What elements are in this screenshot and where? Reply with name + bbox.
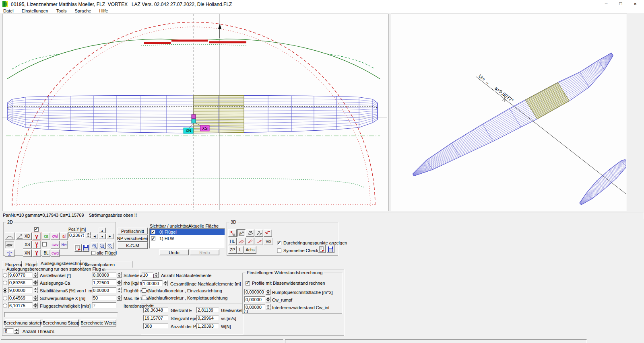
profilschnitt-button[interactable]: Profilschnitt: [118, 228, 148, 234]
xs-button[interactable]: XS: [23, 241, 32, 249]
zoom-in-button[interactable]: [91, 242, 98, 249]
ai-button[interactable]: ai: [60, 232, 68, 240]
hl-button[interactable]: HL: [228, 238, 237, 245]
pan-left-button[interactable]: ◀: [91, 234, 98, 239]
list-item-fluegel[interactable]: 0) Flügel: [150, 229, 225, 235]
copy-2d-button[interactable]: [74, 244, 82, 252]
zp-button[interactable]: ZP: [228, 246, 237, 254]
alpha-flow-button[interactable]: α: [237, 229, 246, 237]
zoom-out-button[interactable]: [106, 242, 114, 249]
panel-flip-button[interactable]: [246, 229, 254, 237]
max-iteration-spinner[interactable]: [117, 295, 122, 301]
auslegungs-ca-input[interactable]: [8, 279, 33, 285]
cwi-button[interactable]: cwi: [51, 232, 60, 240]
posy-input[interactable]: [68, 232, 85, 238]
rumpfflaeche-input[interactable]: [244, 289, 265, 295]
berechnung-starten-button[interactable]: Berechnung starten: [5, 319, 41, 327]
schiebewinkel-input[interactable]: [92, 272, 116, 278]
auslegungs-ca-spinner[interactable]: [33, 279, 38, 285]
schwerpunktlage-input[interactable]: [8, 295, 33, 301]
kgm-button[interactable]: K-G-M: [118, 242, 148, 249]
gamma-0-button[interactable]: γ0: [32, 249, 41, 257]
menu-sprache[interactable]: Sprache: [74, 8, 91, 13]
plot-2d-panel[interactable]: XN XS: [2, 14, 388, 211]
np-marker[interactable]: [192, 115, 196, 119]
rho-spinner[interactable]: [117, 279, 122, 285]
menu-hilfe[interactable]: Hilfe: [99, 8, 108, 13]
rho-input[interactable]: [92, 279, 116, 285]
laenge-nachlauf-spinner[interactable]: [163, 280, 168, 286]
panel-points-button[interactable]: [228, 229, 237, 237]
stabilitaetsmass-spinner[interactable]: [33, 287, 38, 293]
hlw-visible-checkbox[interactable]: [151, 236, 155, 240]
cw-int-input[interactable]: [244, 304, 265, 310]
menu-tools[interactable]: Tools: [56, 8, 67, 13]
stabilitaetsmass-input[interactable]: [8, 287, 33, 293]
flughoehe-spinner[interactable]: [117, 287, 122, 293]
close-button[interactable]: ×: [628, 0, 642, 8]
list-item-hlw[interactable]: 1) HLW: [150, 235, 225, 242]
re-button[interactable]: Re: [60, 241, 68, 249]
radio-auslegungs-ca[interactable]: [3, 281, 7, 285]
gamma-button[interactable]: γ: [32, 232, 41, 240]
fluggeschwindigkeit-spinner[interactable]: [33, 302, 38, 308]
vector-arrow-button[interactable]: [255, 238, 263, 245]
profile-blasen-checkbox[interactable]: [246, 281, 250, 285]
pan-right-button[interactable]: ▶: [106, 234, 114, 239]
gamma-v-button[interactable]: γv: [32, 241, 41, 249]
wing-surface-button[interactable]: [237, 238, 246, 245]
ca-button[interactable]: ca: [42, 232, 50, 240]
pan-down-button[interactable]: ▼: [99, 234, 106, 239]
achs-button[interactable]: Achs: [244, 246, 256, 254]
durchdringung-checkbox[interactable]: [277, 241, 281, 245]
cw-rumpf-input[interactable]: [244, 296, 265, 302]
minimize-button[interactable]: –: [599, 0, 613, 8]
radio-stabilitaetsmass[interactable]: [3, 288, 7, 293]
fluggeschwindigkeit-input[interactable]: [8, 302, 33, 308]
zoom-reset-button[interactable]: 1:1: [99, 242, 106, 249]
cg-marker[interactable]: [192, 119, 196, 123]
alle-fluegel-checkbox[interactable]: [91, 251, 95, 255]
cwg-button[interactable]: cwg: [51, 249, 60, 257]
copy-3d-button[interactable]: [318, 245, 326, 253]
save-3d-button[interactable]: [327, 245, 334, 253]
berechnung-stopp-button[interactable]: Berechnung Stopp: [43, 319, 79, 327]
radio-anstellwinkel[interactable]: [3, 273, 7, 277]
normals-up-button[interactable]: [255, 229, 263, 237]
anstellwinkel-spinner[interactable]: [33, 272, 38, 278]
berechnete-werte-button[interactable]: Berechnete Werte: [80, 319, 116, 327]
menu-einstellungen[interactable]: Einstellungen: [22, 8, 48, 13]
schwerpunktlage-spinner[interactable]: [33, 295, 38, 301]
cw-int-spinner[interactable]: [266, 304, 270, 310]
posy-spinner[interactable]: [86, 232, 91, 238]
pan-up-button[interactable]: ▲: [99, 228, 106, 233]
maximize-button[interactable]: □: [613, 0, 628, 8]
l-button[interactable]: L: [237, 246, 244, 254]
radio-schwerpunktlage[interactable]: [3, 296, 7, 300]
schiebewinkel-spinner[interactable]: [117, 272, 122, 278]
threads-spinner[interactable]: [14, 328, 19, 334]
vol-button[interactable]: Vol: [264, 238, 273, 245]
laenge-nachlauf-input[interactable]: [142, 280, 163, 286]
parasol-view-button[interactable]: [5, 249, 14, 257]
tab-auslegungsberechnung[interactable]: Auslegungsberechnung: [37, 260, 81, 268]
canopy-view-button[interactable]: [5, 232, 14, 240]
reset-view-button[interactable]: [264, 229, 272, 237]
flughoehe-input[interactable]: [92, 287, 116, 293]
symmetrie-checkbox[interactable]: [277, 249, 281, 253]
row2-checkbox[interactable]: [42, 242, 47, 246]
redo-button[interactable]: Redo: [190, 249, 219, 255]
surface-list[interactable]: 0) Flügel 1) HLW: [149, 228, 225, 249]
anzahl-nachlauf-input[interactable]: [142, 272, 153, 278]
threads-input[interactable]: [4, 328, 14, 334]
max-iteration-input[interactable]: [92, 295, 116, 301]
gamma-column-checkbox[interactable]: [34, 227, 39, 232]
bl-button[interactable]: BL: [42, 249, 50, 257]
pen-edit-button[interactable]: [246, 238, 254, 245]
cwv-button[interactable]: cwv: [51, 241, 60, 249]
undo-button[interactable]: Undo: [159, 249, 189, 255]
np-verschieben-button[interactable]: NP verschieben: [118, 235, 148, 242]
fuselage-view-button[interactable]: [5, 241, 14, 249]
menu-datei[interactable]: Datei: [3, 8, 14, 13]
rumpfflaeche-spinner[interactable]: [266, 289, 270, 295]
